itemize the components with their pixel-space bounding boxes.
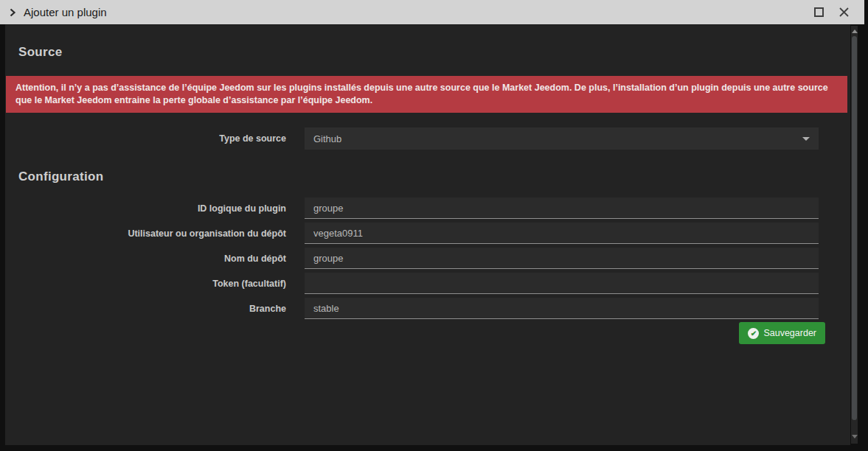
source-type-select[interactable]: Github	[305, 127, 819, 150]
repo-name-input[interactable]	[305, 248, 819, 269]
save-button[interactable]: ✔ Sauvegarder	[739, 322, 825, 344]
token-input[interactable]	[305, 273, 819, 294]
source-section-heading: Source	[18, 45, 850, 60]
plugin-id-input[interactable]	[305, 197, 819, 219]
scroll-up-icon[interactable]	[852, 29, 858, 33]
dialog-body: Source Attention, il n’y a pas d’assista…	[5, 24, 850, 445]
dialog-title: Ajouter un plugin	[24, 6, 107, 18]
token-row: Token (facultatif)	[5, 273, 850, 294]
maximize-icon[interactable]	[814, 7, 824, 17]
check-circle-icon: ✔	[748, 328, 759, 339]
scrollbar[interactable]	[851, 26, 858, 444]
window-controls	[814, 7, 857, 18]
warning-banner: Attention, il n’y a pas d’assistance de …	[6, 76, 847, 113]
scrollbar-thumb[interactable]	[852, 36, 857, 420]
save-button-label: Sauvegarder	[763, 328, 816, 338]
plugin-id-label: ID logique du plugin	[5, 203, 286, 214]
branch-row: Branche	[5, 298, 850, 319]
branch-input[interactable]	[305, 298, 819, 319]
token-label: Token (facultatif)	[5, 279, 286, 289]
repo-name-label: Nom du dépôt	[5, 254, 286, 264]
repo-user-row: Utilisateur ou organisation du dépôt	[5, 223, 850, 244]
repo-user-label: Utilisateur ou organisation du dépôt	[5, 228, 286, 239]
actions-row: ✔ Sauvegarder	[5, 322, 850, 344]
source-type-label: Type de source	[5, 133, 286, 144]
scroll-down-icon[interactable]	[852, 435, 858, 438]
repo-user-input[interactable]	[305, 223, 819, 244]
close-icon[interactable]	[839, 7, 850, 18]
configuration-section-heading: Configuration	[18, 169, 850, 184]
branch-label: Branche	[5, 304, 286, 314]
source-type-selected-value: Github	[313, 133, 341, 144]
jeedom-add-plugin-dialog: Ajouter un plugin Source Attention, il n…	[0, 0, 868, 451]
dialog-titlebar: Ajouter un plugin	[0, 0, 864, 24]
repo-name-row: Nom du dépôt	[5, 248, 850, 269]
chevron-down-icon	[802, 137, 810, 141]
chevron-right-icon	[7, 7, 18, 18]
source-type-row: Type de source Github	[5, 127, 850, 150]
plugin-id-row: ID logique du plugin	[5, 197, 850, 219]
